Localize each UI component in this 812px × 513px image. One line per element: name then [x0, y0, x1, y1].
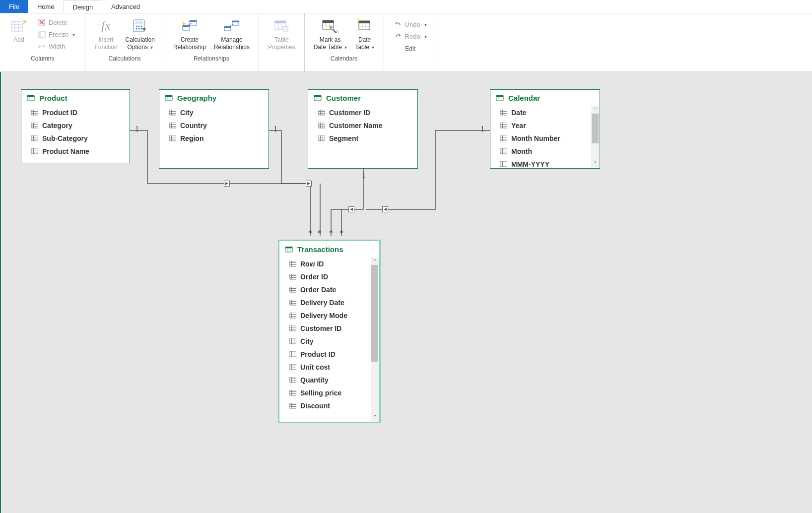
table-title: Calendar [508, 94, 540, 102]
field-item[interactable]: Row ID [279, 257, 379, 270]
tab-advanced[interactable]: Advanced [102, 0, 149, 13]
manage-relationships-button[interactable]: Manage Relationships [210, 15, 254, 53]
scroll-thumb[interactable] [371, 265, 378, 362]
mark-as-date-table-button[interactable]: Mark as Date Table ▾ [310, 15, 351, 53]
table-card-geography[interactable]: Geography City Country Region [159, 89, 269, 169]
chevron-down-icon: ▾ [424, 34, 427, 39]
insert-function-label: Insert Function [94, 36, 117, 51]
scrollbar[interactable]: ˄ ˅ [371, 257, 379, 421]
manage-relationships-icon [223, 17, 240, 34]
chevron-down-icon: ▾ [343, 45, 347, 50]
field-item[interactable]: Delivery Mode [279, 309, 379, 322]
table-icon [27, 95, 35, 101]
field-item[interactable]: Product Name [21, 145, 130, 158]
group-label-calculations: Calculations [108, 53, 140, 63]
scroll-down-icon[interactable]: ˅ [591, 159, 599, 167]
ribbon-group-table: Table Properties [259, 13, 305, 71]
chevron-down-icon: ▾ [424, 22, 427, 27]
ribbon: Add Delete Freeze▾ Width Columns [0, 13, 812, 72]
field-item[interactable]: Country [159, 119, 269, 132]
field-item[interactable]: Quantity [279, 374, 379, 386]
delete-column-label: Delete [49, 19, 68, 26]
field-item[interactable]: Order ID [279, 270, 379, 283]
svg-point-26 [136, 26, 137, 27]
calc-options-icon [132, 17, 148, 34]
relationship-node[interactable] [348, 206, 354, 212]
cardinality-one: 1 [135, 125, 139, 133]
tab-design[interactable]: Design [64, 0, 102, 13]
table-title: Geography [177, 94, 216, 102]
field-item[interactable]: City [159, 106, 269, 119]
table-icon [314, 95, 322, 101]
svg-rect-25 [135, 21, 143, 24]
ribbon-group-columns: Add Delete Freeze▾ Width Columns [0, 13, 85, 71]
calculation-options-button[interactable]: Calculation Options ▾ [122, 15, 159, 53]
field-item[interactable]: MMM-YYYY [490, 158, 600, 168]
scrollbar[interactable]: ˄ ˅ [591, 106, 599, 167]
create-relationship-button[interactable]: Create Relationship [169, 15, 210, 53]
field-item[interactable]: Discount [279, 399, 379, 412]
cardinality-many: * [339, 229, 343, 238]
field-item[interactable]: Order Date [279, 283, 379, 296]
date-table-button[interactable]: Date Table ▾ [351, 15, 379, 53]
field-item[interactable]: Sub-Category [21, 132, 130, 145]
table-card-transactions[interactable]: Transactions Row ID Order ID Order Date … [278, 240, 381, 423]
svg-rect-35 [190, 20, 197, 22]
freeze-column-label: Freeze [49, 31, 68, 38]
relationship-node[interactable] [224, 181, 230, 187]
field-item[interactable]: Selling price [279, 386, 379, 399]
mark-date-table-icon [322, 17, 338, 34]
scroll-up-icon[interactable]: ˄ [591, 106, 599, 114]
field-item[interactable]: Customer Name [308, 119, 417, 132]
fx-icon: fx [97, 17, 114, 34]
field-item[interactable]: Unit cost [279, 361, 379, 374]
svg-rect-44 [275, 21, 286, 23]
add-column-icon [10, 17, 27, 34]
add-column-button: Add [5, 15, 33, 46]
cardinality-one: 1 [480, 125, 484, 133]
date-table-icon [356, 17, 373, 34]
table-card-product[interactable]: Product Product ID Category Sub-Category… [21, 89, 130, 163]
field-item[interactable]: Date [490, 106, 600, 119]
table-card-customer[interactable]: Customer Customer ID Customer Name Segme… [308, 89, 418, 169]
field-item[interactable]: Month Number [490, 132, 600, 145]
field-item[interactable]: Customer ID [308, 106, 417, 119]
field-item[interactable]: City [279, 335, 379, 348]
group-label-edit: Edit [405, 43, 415, 53]
table-title: Transactions [297, 245, 343, 254]
width-column-label: Width [49, 43, 65, 50]
svg-rect-22 [38, 31, 41, 37]
svg-marker-62 [395, 22, 397, 25]
field-item[interactable]: Product ID [21, 106, 130, 119]
ribbon-group-edit: Undo▾ Redo▾ Edit [384, 13, 437, 71]
field-item[interactable]: Region [159, 132, 269, 145]
undo-label: Undo [405, 21, 420, 28]
field-item[interactable]: Segment [308, 132, 417, 145]
field-item[interactable]: Delivery Date [279, 296, 379, 309]
width-column-button: Width [36, 41, 77, 51]
svg-rect-34 [183, 25, 190, 27]
diagram-canvas[interactable]: 1 1 1 1 * * * * Product Product ID Categ… [0, 72, 812, 513]
svg-point-31 [141, 28, 142, 30]
scroll-down-icon[interactable]: ˅ [371, 413, 379, 421]
field-item[interactable]: Product ID [279, 348, 379, 361]
relationship-node[interactable] [382, 206, 388, 212]
freeze-column-button: Freeze▾ [36, 29, 77, 39]
cardinality-many: * [318, 229, 322, 238]
scroll-thumb[interactable] [592, 114, 599, 143]
relationship-node[interactable] [306, 181, 312, 187]
field-item[interactable]: Month [490, 145, 600, 158]
svg-marker-63 [399, 34, 401, 37]
chevron-down-icon: ▾ [72, 32, 75, 37]
field-item[interactable]: Category [21, 119, 130, 132]
table-properties-label: Table Properties [268, 36, 295, 51]
tab-home[interactable]: Home [28, 0, 64, 13]
group-label-calendars: Calendars [331, 53, 358, 63]
field-item[interactable]: Year [490, 119, 600, 132]
scroll-up-icon[interactable]: ˄ [371, 257, 379, 265]
field-item[interactable]: Customer ID [279, 322, 379, 335]
tab-file[interactable]: File [0, 0, 28, 13]
svg-point-27 [138, 26, 140, 27]
table-card-calendar[interactable]: Calendar Date Year Month Number Month MM… [490, 89, 600, 169]
ribbon-group-relationships: Create Relationship Manage Relationships… [164, 13, 259, 71]
